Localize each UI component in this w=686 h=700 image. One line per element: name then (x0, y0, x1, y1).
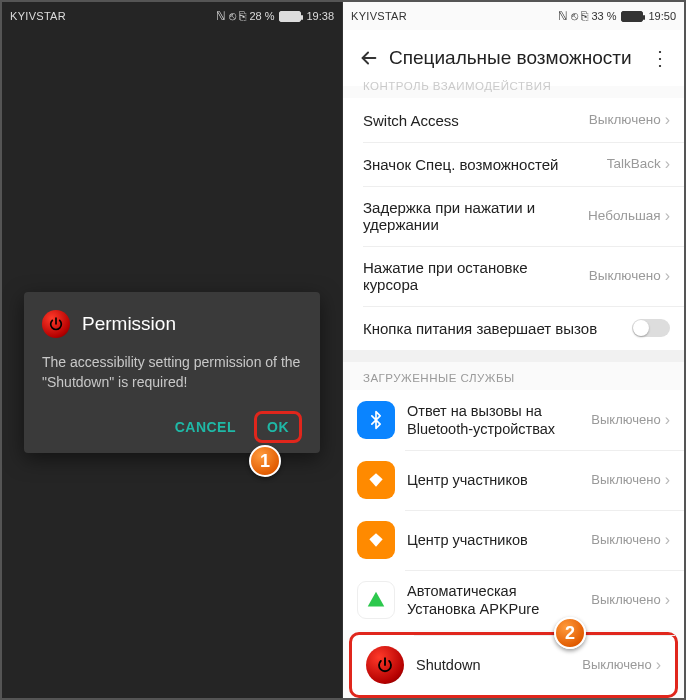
service-label: Ответ на вызовы на Bluetooth-устройствах (407, 402, 591, 438)
cancel-button[interactable]: CANCEL (163, 411, 248, 443)
service-apkpure[interactable]: Автоматическая Установка APKPure Выключе… (343, 570, 684, 630)
row-switch-access[interactable]: Switch Access Выключено › (343, 98, 684, 142)
clock: 19:38 (306, 10, 334, 22)
service-value: Выключено (582, 657, 651, 673)
service-value: Выключено (591, 592, 660, 608)
back-button[interactable] (349, 38, 389, 78)
callout-badge-2: 2 (554, 617, 586, 649)
service-member-center-1[interactable]: Центр участников Выключено › (343, 450, 684, 510)
dialog-title: Permission (82, 313, 176, 335)
service-bluetooth-answer[interactable]: Ответ на вызовы на Bluetooth-устройствах… (343, 390, 684, 450)
clock: 19:50 (648, 10, 676, 22)
battery-pct: 28 % (249, 10, 274, 22)
row-label: Switch Access (363, 112, 589, 129)
nfc-icon: ℕ (558, 9, 568, 23)
row-label: Задержка при нажатии и удержании (363, 199, 588, 233)
row-accessibility-shortcut[interactable]: Значок Спец. возможностей TalkBack › (343, 142, 684, 186)
service-label: Центр участников (407, 471, 591, 489)
service-label: Центр участников (407, 531, 591, 549)
apkpure-icon (357, 581, 395, 619)
row-click-after-cursor-stops[interactable]: Нажатие при остановке курсора Выключено … (343, 246, 684, 306)
row-power-ends-call[interactable]: Кнопка питания завершает вызов (343, 306, 684, 350)
row-value: TalkBack (607, 156, 661, 172)
page-title: Специальные возможности (389, 47, 642, 69)
chevron-right-icon: › (656, 656, 661, 674)
chevron-right-icon: › (665, 111, 670, 129)
row-value: Небольшая (588, 208, 661, 224)
permission-dialog: Permission The accessibility setting per… (24, 292, 320, 453)
carrier: KYIVSTAR (351, 10, 407, 22)
row-label: Значок Спец. возможностей (363, 156, 607, 173)
toggle-switch[interactable] (632, 319, 670, 337)
statusbar-right: KYIVSTAR ℕ ⎋ ⎘ 33 % 19:50 (343, 2, 684, 30)
dialog-message: The accessibility setting permission of … (42, 352, 302, 393)
chevron-right-icon: › (665, 207, 670, 225)
member-center-icon (357, 521, 395, 559)
chevron-right-icon: › (665, 531, 670, 549)
battery-icon (279, 11, 301, 22)
divider (343, 350, 684, 362)
service-member-center-2[interactable]: Центр участников Выключено › (343, 510, 684, 570)
service-label: Автоматическая Установка APKPure (407, 582, 591, 618)
nfc-icon: ℕ (216, 9, 226, 23)
row-value: Выключено (589, 268, 661, 284)
chevron-right-icon: › (665, 411, 670, 429)
ok-button[interactable]: OK (254, 411, 302, 443)
service-shutdown[interactable]: Shutdown Выключено › (349, 632, 678, 698)
row-label: Кнопка питания завершает вызов (363, 320, 624, 337)
chevron-right-icon: › (665, 591, 670, 609)
more-button[interactable]: ⋮ (642, 46, 678, 70)
battery-icon (621, 11, 643, 22)
phone-right: KYIVSTAR ℕ ⎋ ⎘ 33 % 19:50 Специальные во… (343, 2, 684, 698)
vibrate-icon: ⎘ (581, 9, 588, 23)
shutdown-app-icon (366, 646, 404, 684)
row-label: Нажатие при остановке курсора (363, 259, 589, 293)
statusbar-left: KYIVSTAR ℕ ⎋ ⎘ 28 % 19:38 (2, 2, 342, 30)
service-value: Выключено (591, 532, 660, 548)
bluetooth-icon: ⎋ (229, 9, 236, 23)
row-touch-hold-delay[interactable]: Задержка при нажатии и удержании Небольш… (343, 186, 684, 246)
carrier: KYIVSTAR (10, 10, 66, 22)
service-value: Выключено (591, 412, 660, 428)
bluetooth-app-icon (357, 401, 395, 439)
vibrate-icon: ⎘ (239, 9, 246, 23)
chevron-right-icon: › (665, 471, 670, 489)
row-value: Выключено (589, 112, 661, 128)
service-label: Shutdown (416, 656, 582, 674)
chevron-right-icon: › (665, 155, 670, 173)
chevron-right-icon: › (665, 267, 670, 285)
phone-left: KYIVSTAR ℕ ⎋ ⎘ 28 % 19:38 Permission The… (2, 2, 343, 698)
callout-badge-1: 1 (249, 445, 281, 477)
section-interaction: КОНТРОЛЬ ВЗАИМОДЕЙСТВИЯ (343, 78, 684, 98)
bluetooth-icon: ⎋ (571, 9, 578, 23)
battery-pct: 33 % (591, 10, 616, 22)
section-downloaded-services: ЗАГРУЖЕННЫЕ СЛУЖБЫ (343, 362, 684, 390)
service-value: Выключено (591, 472, 660, 488)
member-center-icon (357, 461, 395, 499)
power-icon (42, 310, 70, 338)
